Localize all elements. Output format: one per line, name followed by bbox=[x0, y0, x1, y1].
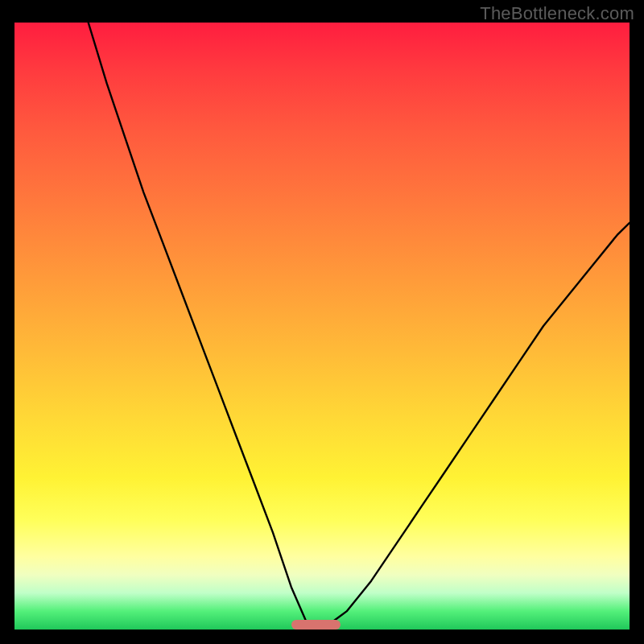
right-branch-curve bbox=[322, 223, 630, 630]
bottleneck-marker bbox=[291, 620, 341, 630]
watermark-text: TheBottleneck.com bbox=[480, 3, 634, 24]
left-branch-curve bbox=[89, 23, 310, 630]
plot-area bbox=[14, 23, 630, 630]
curve-layer bbox=[14, 23, 630, 630]
chart-frame: TheBottleneck.com bbox=[0, 0, 644, 644]
